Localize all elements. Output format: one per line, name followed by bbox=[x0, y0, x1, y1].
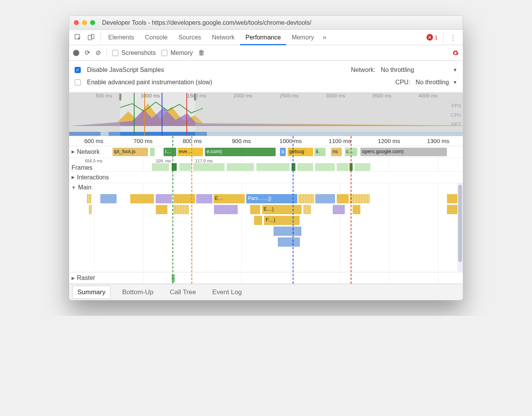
ruler-tick: 1100 ms bbox=[329, 138, 351, 144]
toggle-device-toolbar-icon[interactable] bbox=[85, 30, 98, 45]
record-button[interactable] bbox=[73, 50, 79, 56]
network-request[interactable]: ns bbox=[331, 148, 342, 156]
customize-devtools-button[interactable]: ⋮ bbox=[446, 30, 460, 45]
selection-handle-right[interactable] bbox=[194, 94, 196, 101]
disable-js-samples-checkbox[interactable]: ✓ Disable JavaScript Samples bbox=[75, 66, 164, 73]
error-icon: ✕ bbox=[426, 34, 433, 41]
network-request[interactable]: eve… bbox=[177, 148, 203, 156]
ruler-tick: 600 ms bbox=[84, 138, 103, 144]
overview-tick: 2000 ms bbox=[233, 93, 252, 99]
zoom-window-button[interactable] bbox=[90, 20, 95, 25]
separator bbox=[106, 49, 107, 57]
network-request[interactable]: c… bbox=[345, 148, 358, 156]
capture-settings-panel: ✓ Disable JavaScript Samples Network: No… bbox=[69, 61, 463, 93]
network-request[interactable]: e.com) bbox=[205, 148, 276, 156]
overview-tick: 4000 ms bbox=[418, 93, 438, 99]
separator bbox=[100, 32, 101, 43]
vertical-scrollbar[interactable] bbox=[457, 183, 463, 272]
timeline-overview[interactable]: 500 ms1000 ms1500 ms2000 ms2500 ms3000 m… bbox=[69, 93, 463, 136]
devtools-window: Developer Tools - https://developers.goo… bbox=[69, 15, 463, 300]
frame-duration-label: 117.0 ms bbox=[195, 159, 213, 163]
network-request[interactable]: li. bbox=[314, 148, 326, 156]
ruler-tick: 900 ms bbox=[232, 138, 251, 144]
overview-tick: 3000 ms bbox=[326, 93, 345, 99]
network-request[interactable] bbox=[150, 148, 155, 156]
panel-tab-performance[interactable]: Performance bbox=[240, 30, 286, 45]
panel-tab-memory[interactable]: Memory bbox=[286, 30, 319, 45]
checkbox-icon bbox=[75, 79, 81, 85]
frame-duration-label: 109. ms bbox=[156, 159, 171, 163]
chevron-down-icon: ▼ bbox=[453, 80, 457, 85]
window-titlebar: Developer Tools - https://developers.goo… bbox=[69, 16, 463, 30]
checkbox-icon: ✓ bbox=[75, 67, 81, 73]
collect-garbage-button[interactable]: 🗑 bbox=[198, 49, 205, 57]
cpu-throttle-select[interactable]: No throttling ▼ bbox=[416, 79, 457, 86]
timeline-ruler[interactable]: 600 ms700 ms800 ms900 ms1000 ms1100 ms12… bbox=[69, 136, 463, 146]
panel-tab-sources[interactable]: Sources bbox=[173, 30, 206, 45]
screenshots-checkbox[interactable]: Screenshots bbox=[112, 49, 156, 56]
separator bbox=[443, 32, 443, 43]
chevron-down-icon: ▼ bbox=[453, 67, 457, 73]
checkbox-icon bbox=[112, 50, 118, 56]
reload-record-button[interactable]: ⟳ bbox=[85, 49, 90, 57]
selection-handle-left[interactable] bbox=[119, 94, 121, 101]
main-track[interactable]: ▼Main E… Pars……]) bbox=[69, 183, 463, 272]
more-tabs-button[interactable]: » bbox=[319, 30, 329, 45]
memory-checkbox[interactable]: Memory bbox=[161, 49, 193, 56]
details-tab-call-tree[interactable]: Call Tree bbox=[165, 286, 201, 298]
panel-tab-elements[interactable]: Elements bbox=[103, 30, 140, 45]
network-throttle-select[interactable]: No throttling ▼ bbox=[381, 66, 457, 73]
raster-track[interactable]: ▶Raster bbox=[69, 272, 463, 284]
cpu-throttle-label: CPU: bbox=[396, 79, 410, 86]
enable-paint-instrumentation-checkbox[interactable]: Enable advanced paint instrumentation (s… bbox=[75, 79, 212, 86]
checkbox-icon bbox=[161, 50, 167, 56]
flamechart-panel: 600 ms700 ms800 ms900 ms1000 ms1100 ms12… bbox=[69, 136, 463, 284]
network-request[interactable]: l… bbox=[164, 148, 176, 156]
overview-tick: 2500 ms bbox=[280, 93, 299, 99]
panel-tab-network[interactable]: Network bbox=[206, 30, 240, 45]
details-tabs: SummaryBottom-UpCall TreeEvent Log bbox=[69, 284, 463, 300]
network-request[interactable]: opers.google.com) bbox=[360, 148, 447, 156]
ruler-tick: 1000 ms bbox=[280, 138, 302, 144]
overview-selection[interactable] bbox=[120, 93, 195, 136]
network-request[interactable]: ipt_foot.js bbox=[113, 148, 148, 156]
close-window-button[interactable] bbox=[74, 20, 79, 25]
window-title: Developer Tools - https://developers.goo… bbox=[102, 19, 311, 26]
ruler-tick: 1300 ms bbox=[427, 138, 450, 144]
inspect-element-icon[interactable] bbox=[72, 30, 85, 45]
frames-track[interactable]: Frames 656.5 ms109. ms117.0 ms bbox=[69, 158, 463, 172]
minimize-window-button[interactable] bbox=[82, 20, 87, 25]
error-count: 1 bbox=[435, 34, 438, 41]
details-tab-bottom-up[interactable]: Bottom-Up bbox=[118, 286, 158, 298]
network-request[interactable]: a bbox=[280, 148, 286, 156]
panel-tab-console[interactable]: Console bbox=[140, 30, 173, 45]
ruler-tick: 1200 ms bbox=[378, 138, 400, 144]
interactions-track[interactable]: ▶Interactions bbox=[69, 172, 463, 183]
performance-toolbar: ⟳ ⊘ Screenshots Memory 🗑 bbox=[69, 45, 463, 61]
overview-tick: 3500 ms bbox=[372, 93, 391, 99]
network-throttle-label: Network: bbox=[351, 66, 375, 73]
network-request[interactable]: getsug bbox=[288, 148, 313, 156]
details-tab-summary[interactable]: Summary bbox=[72, 286, 111, 299]
capture-settings-button[interactable] bbox=[452, 49, 459, 56]
ruler-tick: 800 ms bbox=[183, 138, 202, 144]
ruler-tick: 700 ms bbox=[133, 138, 152, 144]
network-track[interactable]: ▶Network ipt_foot.jsl…eve…e.com)agetsugl… bbox=[69, 146, 463, 158]
console-errors-indicator[interactable]: ✕ 1 bbox=[423, 30, 441, 45]
overview-tick: 500 ms bbox=[95, 93, 112, 99]
panel-tabs: ElementsConsoleSourcesNetworkPerformance… bbox=[69, 30, 463, 45]
clear-button[interactable]: ⊘ bbox=[95, 49, 101, 57]
details-tab-event-log[interactable]: Event Log bbox=[208, 286, 247, 298]
